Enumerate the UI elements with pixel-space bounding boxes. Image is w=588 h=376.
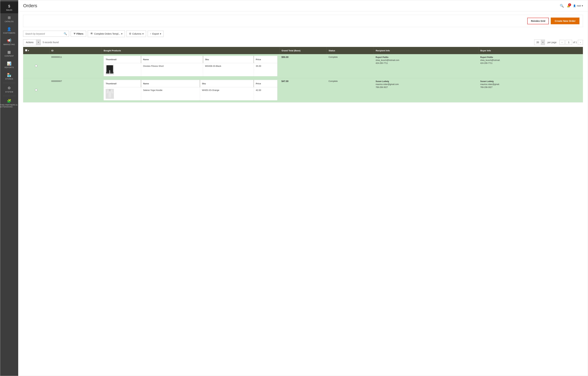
product-thumbnail (106, 89, 114, 99)
view-button[interactable]: 👁 Complete Orders Templ... ▾ (88, 30, 125, 37)
product-table: Thumbnail Name Sku Price (104, 56, 277, 76)
row-checkbox[interactable] (35, 89, 37, 91)
sidebar-item-label: MARKETING (3, 43, 15, 45)
product-col-price: Price (254, 80, 277, 87)
page-header: Orders 🔍 🔔 7 👤 root ▾ (18, 0, 588, 11)
sidebar-item-label: REPORTS (5, 66, 14, 68)
col-header-id: ID (49, 47, 102, 54)
columns-button[interactable]: ⚙ Columns ▾ (126, 31, 146, 37)
notification-bell[interactable]: 🔔 7 (567, 4, 570, 7)
filter-icon: ⧩ (74, 32, 75, 35)
filters-button[interactable]: ⧩ Filters (71, 31, 86, 37)
row-checkbox-cell[interactable] (23, 78, 49, 102)
buyer-cell: Rupert Petillo shea_leusch@hotmail. 424-… (478, 54, 583, 78)
sidebar-item-partners[interactable]: 🧩 FIND PARTNERS & EXTENSIONS (0, 97, 18, 110)
row-checkbox-cell[interactable] (23, 54, 49, 78)
svg-point-5 (109, 89, 111, 91)
export-button[interactable]: ↑ Export ▾ (148, 31, 164, 37)
search-submit-icon[interactable]: 🔍 (64, 32, 67, 35)
select-all-checkbox[interactable] (25, 49, 27, 51)
create-new-order-button[interactable]: Create New Order (551, 18, 579, 24)
buyer-info: Rupert Petillo shea_leusch@hotmail. 424-… (480, 56, 581, 65)
sidebar-item-label: SALES (6, 9, 12, 11)
product-price: 35.00 (254, 63, 277, 76)
products-cell: Thumbnail Name Sku Price (102, 54, 279, 78)
per-page-label: per page (547, 41, 556, 44)
order-id[interactable]: 000000007 (49, 78, 102, 102)
actions-chevron-icon[interactable]: ▾ (36, 40, 41, 45)
product-price: 42.00 (254, 87, 277, 101)
columns-gear-icon: ⚙ (129, 32, 131, 35)
col-header-checkbox[interactable]: ▾ (23, 47, 49, 54)
status-cell: Complete (326, 78, 374, 102)
customers-icon: 👤 (7, 27, 11, 31)
sidebar-item-marketing[interactable]: 📢 MARKETING (0, 36, 18, 48)
sidebar-item-label: FIND PARTNERS & EXTENSIONS (0, 104, 18, 108)
row-checkbox[interactable] (35, 65, 37, 67)
svg-rect-3 (106, 72, 109, 73)
grand-total-value: $50.00 (281, 56, 288, 58)
buyer-email: maurice.rober@gmail. (480, 83, 581, 86)
products-cell: Thumbnail Name Sku Price (102, 78, 279, 102)
product-col-name: Name (141, 80, 200, 87)
status-badge: Complete (328, 56, 338, 58)
table-row: 000000011 Thumbnail Name Sku Price (23, 54, 583, 78)
user-menu[interactable]: 👤 root ▾ (573, 4, 583, 7)
page-title: Orders (23, 3, 37, 8)
status-cell: Complete (326, 54, 374, 78)
recipient-email: shea_leusch@hotmail.com (376, 59, 476, 62)
sidebar-item-content[interactable]: ▦ CONTENT (0, 48, 18, 59)
product-col-sku: Sku (203, 56, 254, 63)
page-navigation: ‹ of 1 › (559, 40, 583, 45)
orders-table: ▾ ID Bought Products Grand Total (Base) … (23, 47, 583, 102)
top-action-bar: Reindex Grid Create New Order (23, 15, 583, 27)
filters-row: 🔍 ⧩ Filters 👁 Complete Orders Templ... ▾… (23, 30, 583, 37)
sidebar-item-catalog[interactable]: ⊞ CATALOG (0, 13, 18, 25)
buyer-cell: Susan Ludwig maurice.rober@gmail. 769-20… (478, 78, 583, 102)
product-col-sku: Sku (200, 80, 254, 87)
per-page-arrow-icon[interactable]: ▾ (541, 40, 545, 45)
sidebar-item-stores[interactable]: 🏪 STORES (0, 71, 18, 82)
grand-total: $50.00 (279, 54, 326, 78)
sidebar: $ SALES ⊞ CATALOG 👤 CUSTOMERS 📢 MARKETIN… (0, 0, 18, 376)
buyer-name: Susan Ludwig (480, 80, 581, 83)
recipient-info: Rupert Petillo shea_leusch@hotmail.com 4… (376, 56, 476, 65)
sidebar-item-system[interactable]: ⚙ SYSTEM (0, 84, 18, 95)
product-name: Selene Yoga Hoodie (141, 87, 200, 101)
export-chevron-icon: ▾ (160, 32, 161, 35)
page-of-label: of 1 (573, 41, 577, 44)
actions-label[interactable]: Actions (23, 40, 36, 45)
main-content: Orders 🔍 🔔 7 👤 root ▾ Reindex Grid Creat… (18, 0, 588, 376)
product-sku: MSH08-33-Black (203, 63, 254, 76)
search-input[interactable] (25, 32, 64, 35)
product-col-thumbnail: Thumbnail (104, 80, 141, 87)
records-row: Actions ▾ 5 records found 20 ▾ per page … (23, 39, 583, 45)
header-actions: 🔍 🔔 7 👤 root ▾ (560, 4, 583, 8)
product-sku: WH05-XS-Orange (200, 87, 254, 101)
search-box[interactable]: 🔍 (23, 31, 69, 37)
dollar-icon: $ (8, 4, 10, 8)
next-page-button[interactable]: › (578, 40, 583, 45)
order-id[interactable]: 000000011 (49, 54, 102, 78)
search-icon[interactable]: 🔍 (560, 4, 564, 8)
sidebar-item-label: SYSTEM (5, 91, 13, 93)
view-chevron-icon: ▾ (121, 32, 122, 35)
records-count: 5 records found (43, 41, 59, 44)
page-number-input[interactable] (566, 40, 572, 45)
table-row: 000000007 Thumbnail Name Sku Price (23, 78, 583, 102)
prev-page-button[interactable]: ‹ (559, 40, 565, 45)
sidebar-item-reports[interactable]: 📊 REPORTS (0, 59, 18, 71)
product-col-price: Price (254, 56, 277, 63)
shorts-image (106, 65, 113, 74)
view-label: Complete Orders Templ... (94, 32, 120, 35)
orders-table-wrapper: ▾ ID Bought Products Grand Total (Base) … (23, 47, 583, 102)
actions-dropdown[interactable]: Actions ▾ (23, 39, 41, 45)
sidebar-item-customers[interactable]: 👤 CUSTOMERS (0, 25, 18, 36)
pagination: 20 ▾ per page ‹ of 1 › (534, 40, 583, 45)
sidebar-item-label: CUSTOMERS (3, 32, 15, 34)
per-page-select[interactable]: 20 ▾ (534, 40, 545, 45)
reindex-grid-button[interactable]: Reindex Grid (527, 18, 549, 24)
buyer-info: Susan Ludwig maurice.rober@gmail. 769-20… (480, 80, 581, 89)
svg-rect-4 (110, 72, 113, 73)
sidebar-item-sales[interactable]: $ SALES (0, 2, 18, 13)
